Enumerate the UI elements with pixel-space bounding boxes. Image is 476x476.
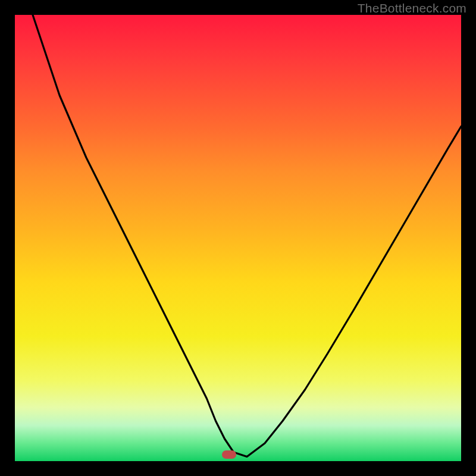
plot-area	[15, 15, 461, 461]
bottleneck-curve	[15, 15, 461, 461]
watermark-text: TheBottleneck.com	[358, 1, 466, 15]
chart-frame: TheBottleneck.com	[0, 0, 476, 476]
optimal-point-marker	[222, 450, 236, 459]
